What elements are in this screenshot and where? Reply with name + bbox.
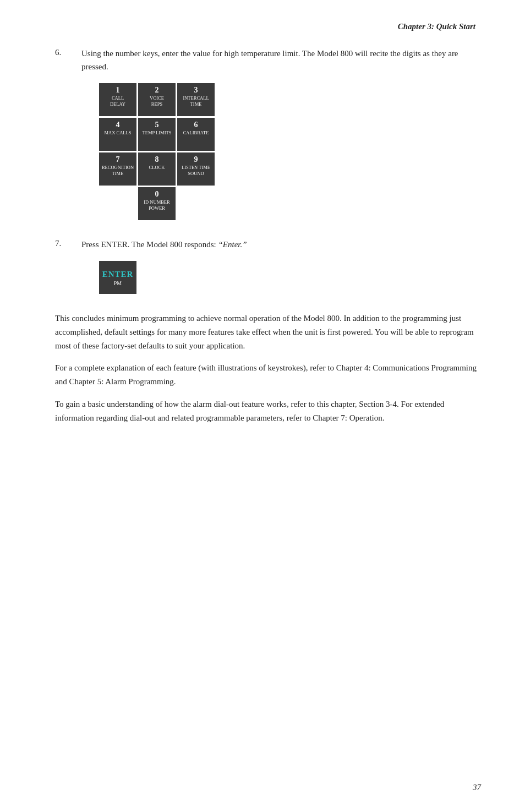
key-8-num: 8 xyxy=(155,155,159,164)
enter-sub: PM xyxy=(114,280,122,286)
key-8: 8 CLOCK xyxy=(138,152,176,186)
step-6-row: 6. Using the number keys, enter the valu… xyxy=(55,47,481,73)
step-6-block: 6. Using the number keys, enter the valu… xyxy=(55,47,481,220)
keypad-wrapper: 1 CALLDELAY 2 VOICEREPS 3 INTERCALLTIME … xyxy=(99,83,481,220)
step-7-italic: “Enter.” xyxy=(218,240,247,249)
key-4: 4 MAX CALLS xyxy=(99,118,136,151)
key-2-num: 2 xyxy=(155,86,159,94)
body-text-section: This concludes minimum programming to ac… xyxy=(55,312,481,424)
key-6: 6 CALIBRATE xyxy=(177,118,215,151)
key-5-num: 5 xyxy=(155,121,159,129)
key-5-label: TEMP LIMITS xyxy=(143,130,172,135)
key-empty-right xyxy=(177,187,215,220)
page-number: 37 xyxy=(473,783,481,792)
key-7-label: RECOGNITIONTIME xyxy=(102,165,134,176)
key-empty-left xyxy=(99,187,136,220)
key-4-num: 4 xyxy=(116,121,120,129)
key-3: 3 INTERCALLTIME xyxy=(177,83,215,116)
step-7-text: Press ENTER. The Model 800 responds: “En… xyxy=(81,238,247,251)
key-6-num: 6 xyxy=(194,121,198,129)
paragraph-1: This concludes minimum programming to ac… xyxy=(55,312,481,352)
key-7-num: 7 xyxy=(116,155,120,164)
key-9: 9 LISTEN TIMESOUND xyxy=(177,152,215,186)
enter-label: ENTER xyxy=(102,269,134,279)
step-7-number: 7. xyxy=(55,238,81,248)
key-0-num: 0 xyxy=(155,190,159,198)
key-2: 2 VOICEREPS xyxy=(138,83,176,116)
keypad-grid: 1 CALLDELAY 2 VOICEREPS 3 INTERCALLTIME … xyxy=(99,83,215,220)
key-1: 1 CALLDELAY xyxy=(99,83,136,116)
step-6-text: Using the number keys, enter the value f… xyxy=(81,47,481,73)
key-0: 0 ID NUMBERPOWER xyxy=(138,187,176,220)
key-1-label: CALLDELAY xyxy=(110,95,125,106)
key-7: 7 RECOGNITIONTIME xyxy=(99,152,136,186)
key-8-label: CLOCK xyxy=(149,165,165,170)
key-0-label: ID NUMBERPOWER xyxy=(144,199,169,210)
key-2-label: VOICEREPS xyxy=(150,95,164,106)
chapter-header: Chapter 3: Quick Start xyxy=(55,22,481,31)
enter-wrapper: ENTER PM xyxy=(99,261,481,294)
key-3-label: INTERCALLTIME xyxy=(183,95,209,106)
step-7-row: 7. Press ENTER. The Model 800 responds: … xyxy=(55,238,481,251)
key-6-label: CALIBRATE xyxy=(183,130,209,135)
key-9-num: 9 xyxy=(194,155,198,164)
step-7-main-text: Press ENTER. The Model 800 responds: xyxy=(81,240,216,249)
enter-button: ENTER PM xyxy=(99,261,136,294)
step-6-number: 6. xyxy=(55,47,81,57)
key-5: 5 TEMP LIMITS xyxy=(138,118,176,151)
key-3-num: 3 xyxy=(194,86,198,94)
key-4-label: MAX CALLS xyxy=(105,130,132,135)
key-1-num: 1 xyxy=(116,86,120,94)
paragraph-2: For a complete explanation of each featu… xyxy=(55,361,481,389)
key-9-label: LISTEN TIMESOUND xyxy=(182,165,210,176)
paragraph-3: To gain a basic understanding of how the… xyxy=(55,397,481,425)
step-7-block: 7. Press ENTER. The Model 800 responds: … xyxy=(55,238,481,294)
